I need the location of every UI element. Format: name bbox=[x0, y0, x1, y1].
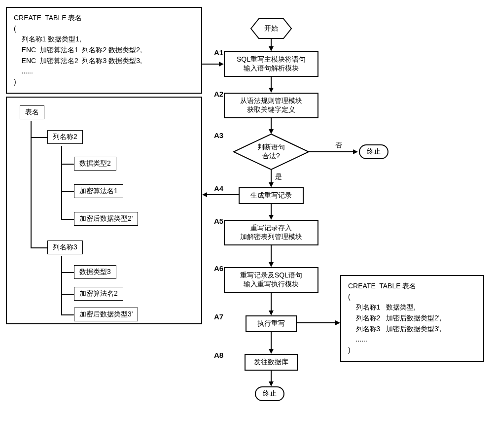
a5-line2: 加解密表列管理模块 bbox=[240, 233, 302, 241]
a4-text: 生成重写记录 bbox=[250, 191, 292, 200]
step-a1: SQL重写主模块将语句 输入语句解析模块 bbox=[224, 51, 318, 77]
code-in-l1: CREATE TABLE 表名 bbox=[14, 13, 194, 24]
code-in-l6: ...... bbox=[14, 66, 194, 77]
step-a4: 生成重写记录 bbox=[239, 187, 304, 204]
arrow-start-a1 bbox=[269, 38, 274, 51]
tree-col3-enc: 加密后数据类型3' bbox=[74, 308, 138, 321]
a5-line1: 重写记录存入 bbox=[250, 224, 292, 233]
a3-yes: 是 bbox=[275, 172, 282, 181]
label-a4: A4 bbox=[214, 184, 223, 193]
svg-marker-11 bbox=[269, 182, 274, 187]
arrow-a1-a2 bbox=[269, 77, 274, 93]
terminate-bottom-label: 终止 bbox=[263, 389, 277, 397]
tree-line-col3-h bbox=[31, 247, 47, 248]
a3-no: 否 bbox=[335, 141, 342, 150]
code-in-l3: 列名称1 数据类型1, bbox=[14, 34, 194, 45]
code-out-l7: ) bbox=[348, 345, 476, 356]
code-out-l4: 列名称2 加密后数据类型2', bbox=[348, 313, 476, 324]
code-in-l4: ENC 加密算法名1 列名称2 数据类型2, bbox=[14, 45, 194, 56]
a3-line1: 判断语句 bbox=[257, 143, 285, 152]
a2-line2: 获取关键字定义 bbox=[247, 105, 295, 114]
terminate-right: 终止 bbox=[359, 144, 388, 159]
terminate-right-label: 终止 bbox=[367, 147, 381, 155]
label-a7: A7 bbox=[214, 312, 223, 321]
svg-marker-21 bbox=[269, 381, 274, 386]
a7-text: 执行重写 bbox=[257, 319, 285, 328]
step-a7: 执行重写 bbox=[246, 315, 297, 332]
svg-marker-4 bbox=[269, 88, 274, 93]
code-out-l2: ( bbox=[348, 292, 476, 303]
a3-line2: 合法? bbox=[257, 152, 285, 161]
svg-marker-6 bbox=[269, 129, 274, 134]
tree-line-col2-dt-h bbox=[61, 164, 74, 165]
tree-line-col2-h bbox=[31, 137, 47, 138]
step-a8: 发往数据库 bbox=[245, 354, 298, 371]
svg-marker-27 bbox=[335, 320, 340, 325]
arrow-a4-a5 bbox=[269, 203, 274, 220]
svg-marker-15 bbox=[269, 262, 274, 267]
svg-marker-17 bbox=[269, 310, 274, 315]
arrow-a5-a6 bbox=[269, 245, 274, 267]
a6-line1: 重写记录及SQL语句 bbox=[240, 271, 302, 280]
svg-marker-2 bbox=[269, 46, 274, 51]
a1-line1: SQL重写主模块将语句 bbox=[237, 55, 306, 64]
tree-col3-alg: 加密算法名2 bbox=[74, 287, 123, 301]
label-a5: A5 bbox=[214, 217, 223, 225]
svg-marker-9 bbox=[353, 149, 358, 154]
tree-col3-dt: 数据类型3 bbox=[74, 265, 116, 279]
svg-marker-13 bbox=[269, 215, 274, 220]
svg-marker-19 bbox=[269, 349, 274, 354]
code-input-box: CREATE TABLE 表名 ( 列名称1 数据类型1, ENC 加密算法名1… bbox=[6, 7, 202, 94]
label-a1: A1 bbox=[214, 48, 223, 57]
arrow-codein-a1 bbox=[202, 62, 224, 67]
a2-line1: 从语法规则管理模块 bbox=[240, 97, 302, 105]
code-in-l5: ENC 加密算法名2 列名称3 数据类型3, bbox=[14, 56, 194, 67]
code-out-l6: ...... bbox=[348, 334, 476, 345]
tree-col2-alg: 加密算法名1 bbox=[74, 184, 123, 198]
arrow-a7-codeout bbox=[297, 320, 340, 325]
tree-line-col2-v bbox=[61, 146, 62, 220]
svg-marker-25 bbox=[202, 192, 207, 197]
step-a5: 重写记录存入 加解密表列管理模块 bbox=[224, 220, 318, 245]
code-output-box: CREATE TABLE 表名 ( 列名称1 数据类型, 列名称2 加密后数据类… bbox=[340, 275, 484, 362]
decision-a3: 判断语句 合法? bbox=[234, 134, 309, 170]
arrow-a7-a8 bbox=[269, 331, 274, 354]
a1-line2: 输入语句解析模块 bbox=[244, 64, 299, 73]
tree-col2: 列名称2 bbox=[47, 130, 83, 144]
code-in-l2: ( bbox=[14, 24, 194, 34]
label-a2: A2 bbox=[214, 90, 223, 98]
step-a2: 从语法规则管理模块 获取关键字定义 bbox=[224, 93, 318, 118]
step-a6: 重写记录及SQL语句 输入重写执行模块 bbox=[224, 267, 318, 293]
tree-line-col3-dt-h bbox=[61, 272, 74, 273]
a6-line2: 输入重写执行模块 bbox=[244, 280, 299, 289]
arrow-a4-tree bbox=[202, 192, 239, 197]
arrow-a2-a3 bbox=[269, 118, 274, 134]
flow-start: 开始 bbox=[251, 19, 291, 38]
code-out-l5: 列名称3 加密后数据类型3', bbox=[348, 324, 476, 335]
tree-line-col2-alg-h bbox=[61, 191, 74, 192]
svg-marker-23 bbox=[219, 62, 224, 67]
tree-line-col3-alg-h bbox=[61, 294, 74, 295]
arrow-a3-no bbox=[309, 149, 358, 154]
tree-line-col3-v bbox=[61, 256, 62, 315]
arrow-a6-a7 bbox=[269, 293, 274, 315]
tree-line-col3-enc-h bbox=[61, 314, 74, 315]
flow-start-label: 开始 bbox=[264, 24, 278, 33]
label-a3: A3 bbox=[214, 131, 223, 139]
tree-line-col2-enc-h bbox=[61, 219, 74, 220]
code-out-l1: CREATE TABLE 表名 bbox=[348, 281, 476, 292]
arrow-a3-a4 bbox=[269, 170, 274, 187]
label-a8: A8 bbox=[214, 351, 223, 359]
code-out-l3: 列名称1 数据类型, bbox=[348, 302, 476, 313]
label-a6: A6 bbox=[214, 264, 223, 273]
tree-box: 表名 列名称2 数据类型2 加密算法名1 加密后数据类型2' 列名称3 数据类型… bbox=[6, 97, 202, 324]
tree-col3: 列名称3 bbox=[47, 241, 83, 254]
tree-col2-enc: 加密后数据类型2' bbox=[74, 212, 138, 226]
tree-col2-dt: 数据类型2 bbox=[74, 157, 116, 171]
terminate-bottom: 终止 bbox=[255, 386, 284, 401]
a8-text: 发往数据库 bbox=[254, 358, 288, 367]
code-in-l7: ) bbox=[14, 77, 194, 88]
tree-root: 表名 bbox=[20, 105, 44, 119]
tree-line-root-v bbox=[31, 121, 32, 248]
arrow-a8-end bbox=[269, 370, 274, 386]
